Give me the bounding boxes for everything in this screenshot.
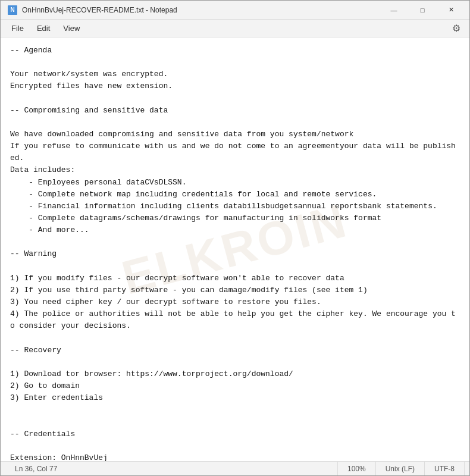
- zoom-level: 100%: [338, 462, 376, 475]
- notepad-window: N OnHnnBvUej-RECOVER-README.txt - Notepa…: [0, 0, 470, 476]
- menu-items: File Edit View: [5, 21, 86, 35]
- window-title: OnHnnBvUej-RECOVER-README.txt - Notepad: [22, 6, 177, 14]
- status-bar: Ln 36, Col 77 100% Unix (LF) UTF-8: [1, 461, 469, 475]
- title-bar: N OnHnnBvUej-RECOVER-README.txt - Notepa…: [1, 1, 469, 20]
- menu-file[interactable]: File: [5, 21, 30, 35]
- notepad-icon-letter: N: [10, 7, 14, 13]
- encoding: UTF-8: [425, 462, 465, 475]
- cursor-position: Ln 36, Col 77: [5, 462, 338, 475]
- menu-edit[interactable]: Edit: [31, 21, 56, 35]
- title-bar-left: N OnHnnBvUej-RECOVER-README.txt - Notepa…: [8, 5, 177, 15]
- menu-bar: File Edit View ⚙: [1, 20, 469, 37]
- settings-icon[interactable]: ⚙: [448, 20, 465, 37]
- title-bar-controls: — □ ✕: [380, 1, 465, 20]
- notepad-icon: N: [8, 5, 17, 15]
- maximize-button[interactable]: □: [409, 1, 436, 20]
- editor-content[interactable]: -- Agenda Your network/system was encryp…: [10, 45, 460, 461]
- line-ending: Unix (LF): [376, 462, 425, 475]
- editor-area[interactable]: ELKROIN -- Agenda Your network/system wa…: [1, 37, 469, 461]
- menu-view[interactable]: View: [57, 21, 86, 35]
- minimize-button[interactable]: —: [380, 1, 408, 20]
- close-button[interactable]: ✕: [437, 1, 465, 20]
